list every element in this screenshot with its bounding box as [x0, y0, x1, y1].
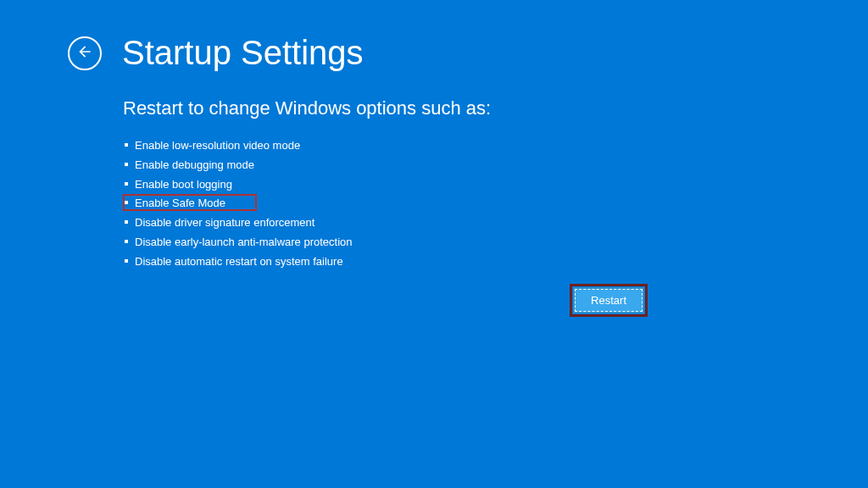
- back-button[interactable]: [68, 36, 102, 70]
- list-item: Disable automatic restart on system fail…: [123, 252, 868, 272]
- arrow-left-icon: [76, 43, 93, 64]
- restart-button[interactable]: Restart: [575, 289, 643, 312]
- page-title: Startup Settings: [122, 34, 364, 72]
- subtitle-text: Restart to change Windows options such a…: [123, 97, 868, 119]
- list-item: Disable driver signature enforcement: [123, 214, 868, 233]
- list-item-safe-mode: Enable Safe Mode: [123, 194, 868, 214]
- list-item: Enable boot logging: [123, 175, 868, 195]
- options-list: Enable low-resolution video mode Enable …: [123, 136, 868, 272]
- restart-button-highlight: Restart: [570, 284, 648, 317]
- list-item: Enable low-resolution video mode: [123, 136, 868, 156]
- list-item: Enable debugging mode: [123, 156, 868, 175]
- list-item: Disable early-launch anti-malware protec…: [123, 233, 868, 252]
